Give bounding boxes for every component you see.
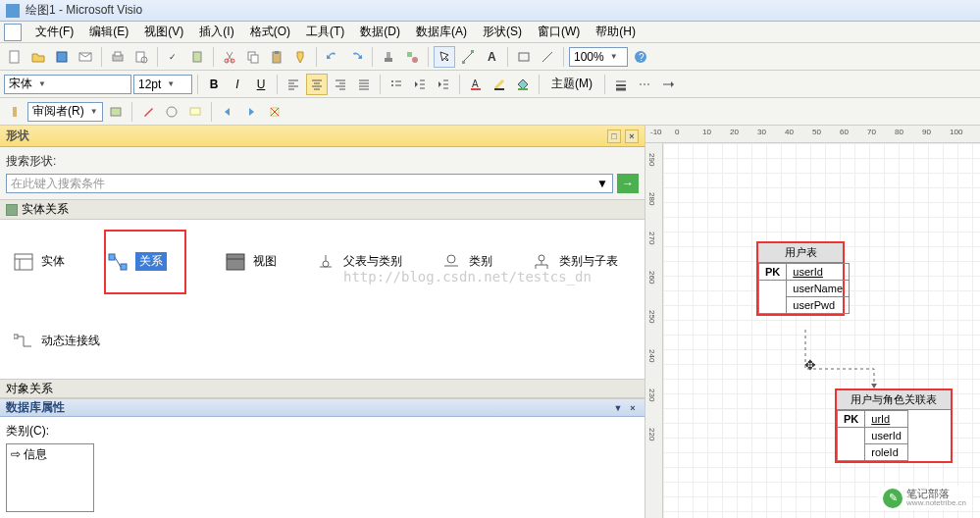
stencil-category-er[interactable]: 实体关系 xyxy=(0,200,645,220)
menu-database[interactable]: 数据库(A) xyxy=(408,22,475,42)
new-button[interactable] xyxy=(4,46,26,68)
comment-button[interactable] xyxy=(184,101,206,123)
font-color-button[interactable]: A xyxy=(465,74,487,95)
stencil-area: 实体 关系 视图 父表与类别 类别 类别与子表 xyxy=(0,220,645,379)
search-input[interactable]: 在此键入搜索条件 ▼ xyxy=(6,174,613,193)
stencil-category-object[interactable]: 对象关系 xyxy=(0,379,645,398)
shape-view[interactable]: 视图 xyxy=(226,230,277,294)
redo-button[interactable] xyxy=(345,46,367,68)
font-combo[interactable]: 宋体▼ xyxy=(4,75,131,94)
fill-color-button[interactable] xyxy=(512,74,534,95)
dropdown-button[interactable]: ▼ xyxy=(612,402,624,414)
italic-button[interactable]: I xyxy=(227,74,248,95)
indent-inc-button[interactable] xyxy=(433,74,454,95)
entity-user-role-table[interactable]: 用户与角色关联表 PKurId userId roleId xyxy=(835,388,953,463)
zoom-combo[interactable]: 100%▼ xyxy=(569,47,628,67)
align-right-button[interactable] xyxy=(330,74,351,95)
align-justify-button[interactable] xyxy=(353,74,375,95)
watermark-text: http://blog.csdn.net/testcs_dn xyxy=(343,269,592,285)
shape-label: 类别 xyxy=(469,253,492,270)
undo-button[interactable] xyxy=(322,46,343,68)
menu-shapes[interactable]: 形状(S) xyxy=(475,22,530,42)
close-button[interactable]: × xyxy=(627,402,639,414)
ink-button[interactable] xyxy=(4,101,26,123)
horizontal-ruler: -10 0 10 20 30 40 50 60 70 80 90 100 xyxy=(645,126,980,143)
underline-button[interactable]: U xyxy=(250,74,272,95)
svg-point-10 xyxy=(231,59,234,63)
line-button[interactable] xyxy=(537,46,558,68)
close-panel-button[interactable]: × xyxy=(625,130,639,143)
minimize-panel-button[interactable]: □ xyxy=(607,130,621,143)
menu-format[interactable]: 格式(O) xyxy=(242,22,298,42)
db-properties-panel: 数据库属性 ▼ × 类别(C): ⇨ 信息 xyxy=(0,398,645,518)
track-button[interactable] xyxy=(161,101,182,123)
svg-rect-74 xyxy=(227,254,244,270)
shapes-title: 形状 xyxy=(6,128,29,144)
entity-user-table[interactable]: 用户表 PKuserId userName userPwd xyxy=(756,241,845,316)
svg-rect-22 xyxy=(519,53,529,61)
menubar: 文件(F) 编辑(E) 视图(V) 插入(I) 格式(O) 工具(T) 数据(D… xyxy=(0,22,980,43)
save-button[interactable] xyxy=(51,46,73,68)
paste-button[interactable] xyxy=(266,46,287,68)
svg-rect-15 xyxy=(385,58,392,62)
open-button[interactable] xyxy=(27,46,49,68)
shapes-button[interactable] xyxy=(401,46,423,68)
bold-button[interactable]: B xyxy=(203,74,225,95)
align-center-button[interactable] xyxy=(306,74,328,95)
print-preview-button[interactable] xyxy=(130,46,152,68)
pointer-tool-button[interactable] xyxy=(434,46,455,68)
next-button[interactable] xyxy=(240,101,262,123)
menu-view[interactable]: 视图(V) xyxy=(136,22,191,42)
menu-tools[interactable]: 工具(T) xyxy=(298,22,352,42)
line-color-button[interactable] xyxy=(489,74,510,95)
menu-edit[interactable]: 编辑(E) xyxy=(81,22,136,42)
menu-data[interactable]: 数据(D) xyxy=(352,22,408,42)
category-listbox[interactable]: ⇨ 信息 xyxy=(6,443,94,512)
drawing-canvas[interactable]: 用户表 PKuserId userName userPwd ✥ 用户与角色关联表… xyxy=(663,143,980,518)
line-weight-button[interactable] xyxy=(610,74,632,95)
pen-button[interactable] xyxy=(137,101,159,123)
font-size-combo[interactable]: 12pt▼ xyxy=(133,75,192,94)
svg-rect-16 xyxy=(387,52,390,58)
rectangle-button[interactable] xyxy=(513,46,535,68)
align-left-button[interactable] xyxy=(283,74,304,95)
delete-comment-button[interactable] xyxy=(264,101,285,123)
pk-field: userId xyxy=(787,264,850,281)
text-tool-button[interactable]: A xyxy=(481,46,502,68)
line-pattern-button[interactable] xyxy=(634,74,655,95)
list-item[interactable]: ⇨ 信息 xyxy=(7,444,93,465)
svg-rect-55 xyxy=(518,88,528,90)
show-markup-button[interactable] xyxy=(105,101,127,123)
menu-file[interactable]: 文件(F) xyxy=(27,22,81,42)
shape-relationship[interactable]: 关系 xyxy=(104,230,186,294)
spell-button[interactable]: ✓ xyxy=(163,46,184,68)
connector-tool-button[interactable] xyxy=(457,46,479,68)
indent-dec-button[interactable] xyxy=(409,74,431,95)
prev-button[interactable] xyxy=(217,101,238,123)
field: userId xyxy=(865,428,908,444)
theme-button[interactable]: 主题(M) xyxy=(544,74,599,95)
menu-insert[interactable]: 插入(I) xyxy=(191,22,241,42)
chevron-down-icon[interactable]: ▼ xyxy=(596,177,608,190)
research-button[interactable] xyxy=(186,46,208,68)
arrows-button[interactable] xyxy=(657,74,679,95)
shape-entity[interactable]: 实体 xyxy=(14,230,65,294)
format-painter-button[interactable] xyxy=(289,46,311,68)
help-button[interactable]: ? xyxy=(630,46,651,68)
mail-button[interactable] xyxy=(75,46,96,68)
stencil-icon xyxy=(6,204,18,216)
copy-button[interactable] xyxy=(242,46,264,68)
search-go-button[interactable]: → xyxy=(617,174,639,193)
svg-rect-61 xyxy=(13,107,17,117)
print-button[interactable] xyxy=(107,46,129,68)
reviewer-combo[interactable]: 审阅者(R)▼ xyxy=(27,102,103,122)
document-icon[interactable] xyxy=(4,24,22,41)
menu-help[interactable]: 帮助(H) xyxy=(588,22,644,42)
bullets-button[interactable] xyxy=(386,74,407,95)
stamp-button[interactable] xyxy=(378,46,399,68)
cut-button[interactable] xyxy=(219,46,240,68)
dbprops-title: 数据库属性 xyxy=(6,399,65,416)
menu-window[interactable]: 窗口(W) xyxy=(530,22,588,42)
shape-dynamic-connector[interactable]: 动态连接线 xyxy=(14,314,631,370)
entity-title: 用户表 xyxy=(758,243,843,263)
